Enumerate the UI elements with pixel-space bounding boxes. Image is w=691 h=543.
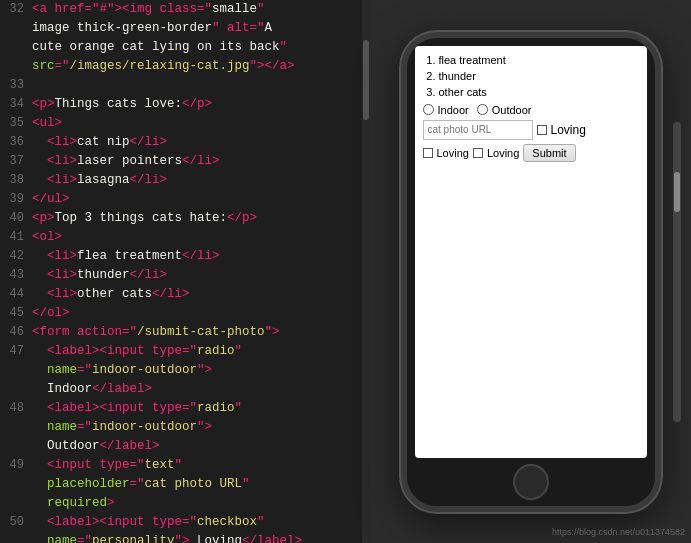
code-line: 37 <li>laser pointers</li> <box>0 152 370 171</box>
code-line: cute orange cat lying on its back" <box>0 38 370 57</box>
phone-screen: flea treatment thunder other cats Indoor… <box>415 46 647 458</box>
code-line: src="/images/relaxing-cat.jpg"></a> <box>0 57 370 76</box>
code-line: 47 <label><input type="radio" <box>0 342 370 361</box>
code-line: 38 <li>lasagna</li> <box>0 171 370 190</box>
hate-list: flea treatment thunder other cats <box>439 52 639 100</box>
code-scrollbar[interactable] <box>362 0 370 543</box>
radio-row: Indoor Outdoor <box>423 104 639 116</box>
scrollbar-thumb[interactable] <box>363 40 369 120</box>
code-line: 32 <a href="#"><img class="smalle" <box>0 0 370 19</box>
code-line: name="personality"> Loving</label> <box>0 532 370 543</box>
loving-checkbox-3[interactable] <box>473 148 483 158</box>
watermark: https://blog.csdn.net/u011374582 <box>552 527 685 537</box>
code-line: 41 <ol> <box>0 228 370 247</box>
phone-panel: flea treatment thunder other cats Indoor… <box>370 0 691 543</box>
code-line: Indoor</label> <box>0 380 370 399</box>
code-panel: 32 <a href="#"><img class="smalle" image… <box>0 0 370 543</box>
code-line: 49 <input type="text" <box>0 456 370 475</box>
code-line: 50 <label><input type="checkbox" <box>0 513 370 532</box>
code-line: name="indoor-outdoor"> <box>0 418 370 437</box>
code-lines: 32 <a href="#"><img class="smalle" image… <box>0 0 370 543</box>
outdoor-label: Outdoor <box>492 104 532 116</box>
home-button[interactable] <box>513 464 549 500</box>
code-line: 44 <li>other cats</li> <box>0 285 370 304</box>
loving-label-3: Loving <box>487 147 519 159</box>
list-item: other cats <box>439 84 639 100</box>
phone: flea treatment thunder other cats Indoor… <box>401 32 661 512</box>
code-line: 45 </ol> <box>0 304 370 323</box>
outdoor-radio[interactable] <box>477 104 488 115</box>
code-line: 39 </ul> <box>0 190 370 209</box>
phone-scrollbar-thumb[interactable] <box>674 172 680 212</box>
code-line: name="indoor-outdoor"> <box>0 361 370 380</box>
indoor-label: Indoor <box>438 104 469 116</box>
code-line: required> <box>0 494 370 513</box>
list-item: thunder <box>439 68 639 84</box>
code-line: 33 <box>0 76 370 95</box>
phone-home-area <box>407 458 655 506</box>
code-line: placeholder="cat photo URL" <box>0 475 370 494</box>
code-line: Outdoor</label> <box>0 437 370 456</box>
loving-label-1: Loving <box>551 123 586 137</box>
code-line: 34 <p>Things cats love:</p> <box>0 95 370 114</box>
loving-checkbox-1[interactable] <box>537 125 547 135</box>
url-row: Loving <box>423 120 639 140</box>
code-line: 40 <p>Top 3 things cats hate:</p> <box>0 209 370 228</box>
indoor-radio[interactable] <box>423 104 434 115</box>
code-line: 43 <li>thunder</li> <box>0 266 370 285</box>
code-line: 35 <ul> <box>0 114 370 133</box>
code-line: 46 <form action="/submit-cat-photo"> <box>0 323 370 342</box>
submit-button[interactable]: Submit <box>523 144 575 162</box>
loving-label-2: Loving <box>437 147 469 159</box>
phone-scrollbar[interactable] <box>673 122 681 422</box>
code-line: 42 <li>flea treatment</li> <box>0 247 370 266</box>
loving-checkbox-2[interactable] <box>423 148 433 158</box>
cat-photo-url-input[interactable] <box>423 120 533 140</box>
code-line: 48 <label><input type="radio" <box>0 399 370 418</box>
list-item: flea treatment <box>439 52 639 68</box>
checkbox-row: Loving Loving Submit <box>423 144 639 162</box>
code-line: image thick-green-border" alt="A <box>0 19 370 38</box>
code-line: 36 <li>cat nip</li> <box>0 133 370 152</box>
